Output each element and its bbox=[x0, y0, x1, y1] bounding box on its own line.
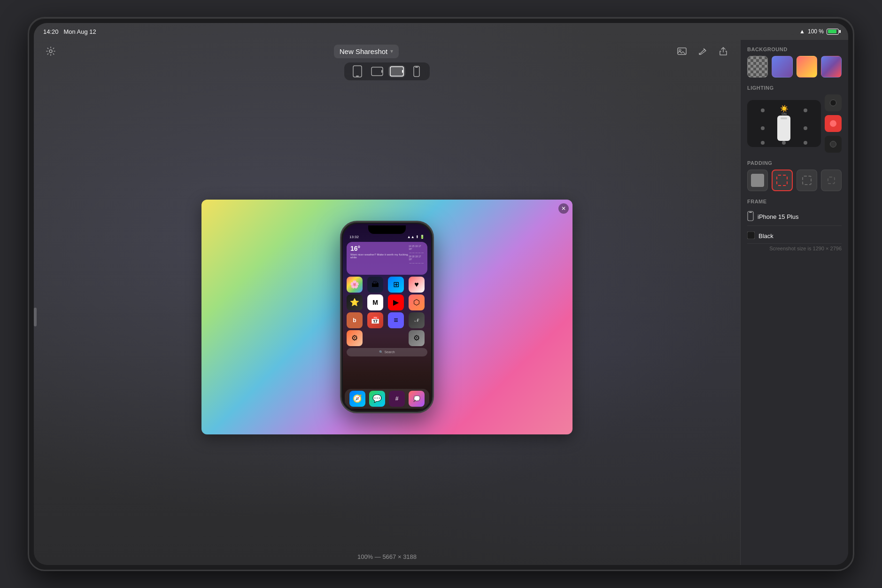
lighting-section-title: LIGHTING bbox=[747, 85, 842, 91]
status-right: ▲ 100 % bbox=[799, 28, 839, 35]
settings-button[interactable] bbox=[43, 44, 58, 59]
lighting-phone-preview bbox=[777, 116, 790, 141]
lighting-dot-bc bbox=[782, 141, 786, 145]
weather-text: Want nicer weather? Make it worth my fuc… bbox=[350, 253, 409, 259]
chevron-down-icon: ▾ bbox=[390, 48, 393, 54]
app-icon-shortcuts[interactable]: ⬡ bbox=[409, 294, 425, 310]
app-icon-health[interactable]: ♥ bbox=[409, 277, 425, 293]
padding-dotted-icon bbox=[776, 175, 788, 186]
bg-option-gradient1[interactable] bbox=[772, 56, 792, 77]
toolbar-left bbox=[43, 44, 58, 59]
top-toolbar: New Shareshot ▾ bbox=[34, 40, 740, 62]
title-text: New Shareshot bbox=[340, 47, 388, 55]
padding-option-large[interactable] bbox=[797, 170, 817, 191]
padding-section-title: PADDING bbox=[747, 160, 842, 166]
app-icon-notchmeup[interactable]: 𝒩 bbox=[409, 312, 425, 328]
bg-option-gradient2[interactable] bbox=[797, 56, 817, 77]
svg-rect-8 bbox=[402, 70, 403, 73]
iphone-search-bar[interactable]: 🔍 Search bbox=[347, 348, 427, 356]
background-section: BACKGROUND bbox=[747, 46, 842, 77]
bg-option-gradient3[interactable] bbox=[821, 56, 842, 77]
lighting-preset-dark2[interactable] bbox=[825, 136, 842, 153]
device-tab-ipad-landscape-wide[interactable] bbox=[388, 65, 405, 77]
svg-point-2 bbox=[679, 49, 681, 51]
app-icon-star[interactable]: ⭐ bbox=[347, 294, 363, 310]
svg-rect-5 bbox=[371, 67, 383, 76]
iphone-app-grid-row2: ⭐ M ▶ ⬡ bbox=[347, 294, 427, 310]
app-icon-appstore[interactable]: ⊞ bbox=[388, 277, 404, 293]
status-bar: 14:20 Mon Aug 12 ▲ 100 % bbox=[34, 23, 848, 40]
svg-rect-12 bbox=[749, 212, 752, 213]
draw-button[interactable] bbox=[695, 44, 710, 59]
bg-option-checker[interactable] bbox=[747, 56, 768, 77]
lighting-dot-ml bbox=[761, 126, 765, 130]
main-content: New Shareshot ▾ bbox=[34, 40, 848, 565]
app-icon-settings[interactable]: ⚙ bbox=[409, 330, 425, 346]
canvas-background[interactable]: ✕ 13:32 bbox=[201, 200, 573, 434]
zoom-info: 100% — 5667 × 3188 bbox=[353, 549, 421, 565]
iphone-screen: 13:32 ▲▲ ⬆ 🔋 16° bbox=[343, 224, 431, 410]
toolbar-right bbox=[674, 44, 731, 59]
title-button[interactable]: New Shareshot ▾ bbox=[334, 45, 399, 58]
device-selector bbox=[344, 62, 430, 80]
padding-option-xlarge[interactable] bbox=[821, 170, 842, 191]
sidebar-panel: BACKGROUND LIGHTING bbox=[740, 40, 848, 565]
frame-color-row[interactable]: Black bbox=[747, 229, 842, 244]
dock-icon-safari[interactable]: 🧭 bbox=[349, 391, 365, 407]
wifi-icon: ▲ bbox=[799, 28, 805, 35]
app-icon-medium[interactable]: M bbox=[367, 294, 383, 310]
frame-color-label: Black bbox=[758, 232, 774, 240]
app-icon-bear[interactable]: b bbox=[347, 312, 363, 328]
color-swatch-icon bbox=[747, 232, 755, 240]
iphone-weather-widget: 16° Want nicer weather? Make it worth my… bbox=[347, 242, 427, 275]
device-tab-iphone[interactable] bbox=[408, 65, 425, 77]
app-icon-fantastical[interactable]: 📅 bbox=[367, 312, 383, 328]
weather-temp: 16° bbox=[350, 245, 409, 252]
battery-icon bbox=[827, 29, 839, 35]
svg-rect-4 bbox=[356, 76, 359, 77]
screenshot-size: Screenshot size is 1290 × 2796 bbox=[747, 246, 842, 251]
frame-section-title: FRAME bbox=[747, 199, 842, 204]
lighting-dot-tr bbox=[804, 108, 807, 112]
status-time: 14:20 Mon Aug 12 bbox=[43, 28, 96, 35]
svg-rect-9 bbox=[414, 66, 419, 77]
canvas-wrapper: ✕ 13:32 bbox=[34, 85, 740, 549]
close-button[interactable]: ✕ bbox=[558, 203, 569, 214]
svg-rect-10 bbox=[415, 67, 418, 68]
app-icon-photos[interactable]: 🌸 bbox=[347, 277, 363, 293]
lighting-preset-dark[interactable] bbox=[825, 94, 842, 111]
device-tab-ipad-portrait[interactable] bbox=[349, 65, 366, 77]
app-icon-stripe[interactable]: ≡ bbox=[388, 312, 404, 328]
lighting-section: LIGHTING ☀️ ON bbox=[747, 85, 842, 153]
lighting-preset-red[interactable] bbox=[825, 115, 842, 132]
lighting-right bbox=[825, 94, 842, 153]
padding-xs-icon bbox=[828, 177, 835, 184]
app-icon-workflow[interactable]: ⚙ bbox=[347, 330, 363, 346]
padding-option-medium[interactable] bbox=[772, 170, 792, 191]
svg-point-0 bbox=[49, 50, 52, 53]
toolbar-center: New Shareshot ▾ bbox=[334, 45, 399, 58]
dock-icon-messages[interactable]: 💬 bbox=[369, 391, 385, 407]
lighting-dot-mr bbox=[804, 126, 807, 130]
padding-solid-icon bbox=[751, 174, 764, 187]
svg-rect-7 bbox=[390, 67, 403, 76]
device-tab-ipad-landscape[interactable] bbox=[369, 65, 386, 77]
app-icon-mountain[interactable]: 🏔 bbox=[367, 277, 383, 293]
padding-options bbox=[747, 170, 842, 191]
iphone-app-grid-row4: ⚙ ⚙ bbox=[347, 330, 427, 346]
left-resize-handle[interactable] bbox=[34, 308, 37, 326]
app-icon-youtube[interactable]: ▶ bbox=[388, 294, 404, 310]
dock-icon-slack[interactable]: # bbox=[389, 391, 405, 407]
share-button[interactable] bbox=[716, 44, 731, 59]
background-options bbox=[747, 56, 842, 77]
gallery-button[interactable] bbox=[674, 44, 689, 59]
padding-sm-icon bbox=[802, 176, 812, 185]
lighting-dot-bl bbox=[761, 141, 765, 145]
iphone-mockup: 13:32 ▲▲ ⬆ 🔋 16° bbox=[340, 221, 434, 413]
frame-device-row[interactable]: iPhone 15 Plus bbox=[747, 208, 842, 226]
padding-option-none[interactable] bbox=[747, 170, 768, 191]
dock-icon-chatbot[interactable]: 💭 bbox=[409, 391, 425, 407]
svg-rect-3 bbox=[353, 66, 362, 77]
lighting-on-label: ON bbox=[781, 112, 787, 116]
iphone-frame-icon bbox=[747, 211, 754, 223]
